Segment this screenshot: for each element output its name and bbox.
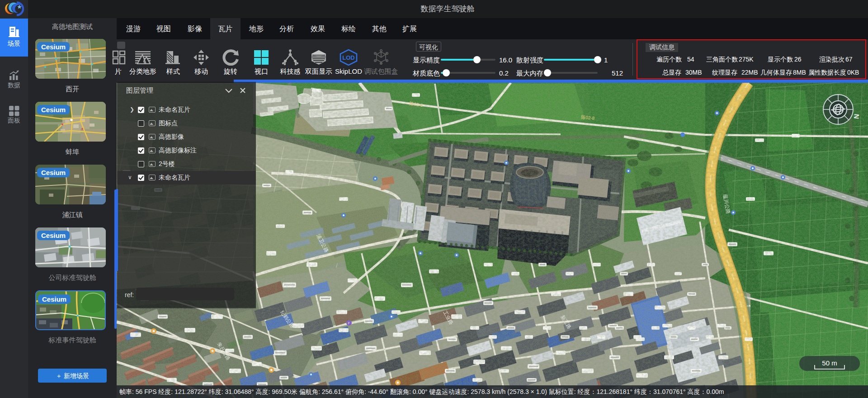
svg-text:N: N xyxy=(853,114,861,119)
svg-text:50 m: 50 m xyxy=(822,359,837,367)
svg-text:LOD: LOD xyxy=(342,54,354,61)
